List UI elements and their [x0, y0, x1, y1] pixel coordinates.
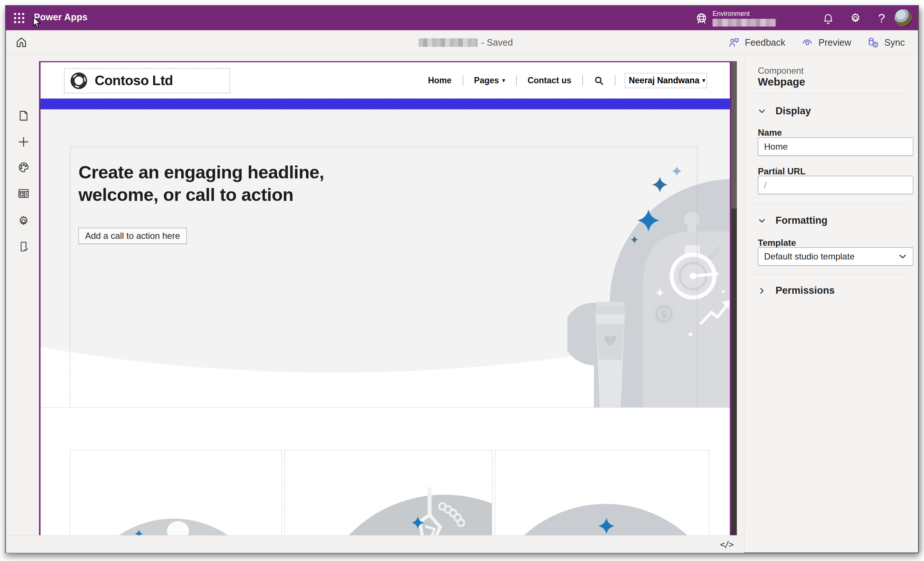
template-dropdown[interactable]: Default studio template — [758, 247, 914, 266]
mobile-check-icon — [18, 241, 30, 253]
waffle-menu-icon[interactable] — [11, 10, 27, 26]
permissions-section-header[interactable]: Permissions — [758, 285, 835, 296]
properties-panel: Component Webpage Display Name Home Part… — [744, 54, 918, 552]
app-window: Power Apps Environment — [5, 5, 919, 553]
environment-picker[interactable]: Environment — [692, 6, 776, 30]
toolbar-actions: Feedback Preview Sync — [728, 30, 905, 54]
site-navigation: Home Pages▾ Contact us Neeraj Nandwana▾ — [417, 62, 707, 98]
formatting-section-header[interactable]: Formatting — [758, 215, 828, 226]
partial-url-input[interactable]: / — [758, 176, 914, 194]
preview-button[interactable]: Preview — [801, 36, 851, 48]
account-avatar[interactable] — [894, 9, 913, 27]
chevron-right-icon — [758, 287, 766, 295]
card-1[interactable] — [70, 450, 282, 535]
nav-user-menu[interactable]: Neeraj Nandwana▾ — [625, 73, 707, 88]
cta-button[interactable]: Add a call to action here — [78, 228, 187, 244]
feedback-label: Feedback — [745, 37, 786, 48]
add-component-rail-button[interactable] — [16, 135, 31, 149]
canvas-scrollbar[interactable] — [731, 61, 737, 535]
nav-home[interactable]: Home — [417, 75, 463, 86]
nav-divider — [615, 75, 615, 86]
partial-url-label: Partial URL — [758, 166, 806, 177]
hero-headline-line1: Create an engaging headline, — [78, 161, 324, 183]
sync-icon — [867, 36, 879, 48]
help-button[interactable]: ? — [873, 11, 890, 27]
command-toolbar: - Saved Feedback Preview — [6, 30, 918, 54]
environment-name-redacted — [712, 19, 776, 27]
component-type: Webpage — [758, 76, 805, 88]
code-editor-button[interactable]: </> — [716, 538, 737, 551]
feedback-icon — [728, 37, 740, 48]
site-title-status: - Saved — [418, 30, 513, 54]
contoso-logo-icon — [69, 71, 89, 91]
question-mark-icon: ? — [878, 11, 885, 26]
site-logo-text: Contoso Ltd — [94, 73, 173, 89]
site-logo[interactable]: Contoso Ltd — [64, 68, 230, 93]
name-input[interactable]: Home — [758, 137, 914, 156]
preview-label: Preview — [818, 37, 851, 48]
design-canvas: Contoso Ltd Home Pages▾ Contact us — [39, 61, 737, 535]
environment-label: Environment — [712, 10, 776, 17]
sync-label: Sync — [884, 37, 905, 48]
left-navigation-rail — [6, 54, 39, 552]
nav-search-button[interactable] — [583, 75, 615, 86]
pages-rail-button[interactable] — [16, 108, 31, 123]
waffle-icon — [14, 12, 25, 24]
mobile-preview-rail-button[interactable] — [16, 239, 31, 254]
card-3-illustration — [495, 450, 709, 535]
formatting-section-label: Formatting — [776, 215, 828, 226]
nav-pages[interactable]: Pages▾ — [463, 75, 516, 86]
home-icon — [15, 36, 28, 49]
panel-divider — [752, 274, 906, 274]
panel-divider — [752, 204, 906, 204]
notifications-button[interactable] — [820, 11, 836, 27]
top-header-bar: Power Apps Environment — [6, 6, 918, 30]
plus-icon — [17, 135, 30, 148]
card-2-illustration — [285, 450, 492, 535]
permissions-section-label: Permissions — [776, 285, 835, 296]
settings-button[interactable] — [848, 11, 864, 27]
canvas-scrollbar-thumb[interactable] — [731, 61, 737, 209]
chevron-down-icon: ▾ — [702, 78, 705, 82]
card-2[interactable] — [284, 450, 492, 535]
site-accent-bar[interactable] — [40, 98, 730, 110]
card-1-illustration — [70, 450, 282, 535]
card-3[interactable] — [495, 450, 709, 535]
template-field-label: Template — [758, 238, 796, 248]
home-button[interactable] — [14, 35, 29, 50]
search-icon — [594, 75, 604, 86]
rail-gear-icon — [17, 215, 30, 227]
hero-headline-line2: welcome, or call to action — [78, 183, 324, 206]
chevron-down-icon — [898, 252, 907, 261]
globe-icon — [695, 12, 708, 27]
styling-rail-button[interactable] — [16, 160, 31, 175]
chevron-down-icon: ▾ — [502, 78, 505, 82]
mouse-cursor — [32, 17, 42, 28]
nav-contact-us[interactable]: Contact us — [516, 75, 582, 86]
page-icon — [18, 110, 30, 122]
setup-rail-button[interactable] — [16, 214, 31, 229]
status-bar: </> — [6, 535, 744, 553]
webpages-rail-button[interactable] — [16, 186, 31, 201]
display-section-header[interactable]: Display — [758, 105, 811, 117]
palette-icon — [17, 161, 30, 174]
chevron-down-icon — [758, 107, 766, 115]
component-label: Component — [758, 66, 804, 76]
preview-eye-icon — [801, 36, 813, 48]
site-header: Contoso Ltd Home Pages▾ Contact us — [40, 62, 730, 98]
template-value: Default studio template — [764, 248, 854, 265]
display-section-label: Display — [776, 105, 811, 117]
cards-section — [40, 408, 730, 535]
name-field-label: Name — [758, 128, 782, 138]
chevron-down-icon — [758, 217, 766, 225]
feedback-button[interactable]: Feedback — [728, 37, 786, 48]
hero-headline[interactable]: Create an engaging headline, welcome, or… — [78, 161, 324, 206]
hero-section[interactable]: $ Create — [40, 110, 730, 408]
sync-button[interactable]: Sync — [867, 36, 905, 48]
website-preview-frame: Contoso Ltd Home Pages▾ Contact us — [39, 61, 731, 535]
browser-layout-icon — [17, 187, 30, 200]
bell-icon — [822, 12, 834, 24]
gear-icon — [849, 12, 862, 25]
site-name-redacted — [418, 38, 477, 47]
saved-status: - Saved — [481, 37, 513, 48]
